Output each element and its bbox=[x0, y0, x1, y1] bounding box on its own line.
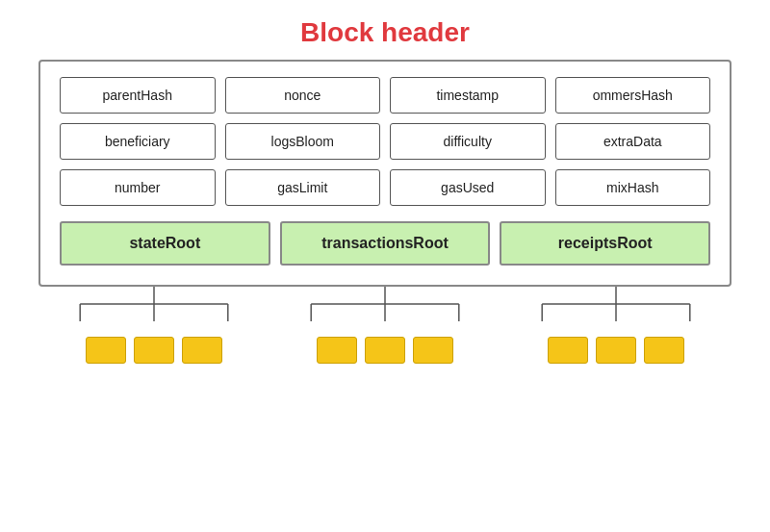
leaf-stateRoot-3 bbox=[182, 337, 222, 364]
cell-logsBloom: logsBloom bbox=[225, 123, 381, 160]
cell-gasLimit: gasLimit bbox=[225, 169, 381, 206]
trees-section bbox=[38, 287, 732, 364]
grid-row-1: parentHash nonce timestamp ommersHash bbox=[60, 77, 710, 114]
cell-number: number bbox=[60, 169, 216, 206]
grid-rows: parentHash nonce timestamp ommersHash be… bbox=[60, 77, 710, 266]
grid-row-2: beneficiary logsBloom difficulty extraDa… bbox=[60, 123, 710, 160]
leaf-stateRoot-2 bbox=[134, 337, 174, 364]
page-title: Block header bbox=[300, 17, 470, 48]
cell-beneficiary: beneficiary bbox=[60, 123, 216, 160]
cell-transactionsRoot: transactionsRoot bbox=[280, 221, 491, 266]
leaf-row-stateRoot bbox=[86, 337, 222, 364]
leaf-receiptsRoot-2 bbox=[596, 337, 636, 364]
cell-gasUsed: gasUsed bbox=[390, 169, 546, 206]
cell-extraData: extraData bbox=[555, 123, 711, 160]
main-box: parentHash nonce timestamp ommersHash be… bbox=[38, 60, 732, 287]
tree-transactionsRoot-svg bbox=[270, 287, 500, 337]
grid-row-3: number gasLimit gasUsed mixHash bbox=[60, 169, 710, 206]
cell-ommersHash: ommersHash bbox=[555, 77, 711, 114]
leaf-receiptsRoot-1 bbox=[548, 337, 588, 364]
leaf-receiptsRoot-3 bbox=[644, 337, 684, 364]
cell-receiptsRoot: receiptsRoot bbox=[500, 221, 710, 266]
cell-nonce: nonce bbox=[225, 77, 381, 114]
cell-mixHash: mixHash bbox=[555, 169, 711, 206]
leaf-transactionsRoot-1 bbox=[317, 337, 357, 364]
leaf-stateRoot-1 bbox=[86, 337, 126, 364]
leaf-row-transactionsRoot bbox=[317, 337, 453, 364]
cell-timestamp: timestamp bbox=[390, 77, 546, 114]
leaf-row-receiptsRoot bbox=[548, 337, 684, 364]
cell-stateRoot: stateRoot bbox=[60, 221, 270, 266]
cell-difficulty: difficulty bbox=[390, 123, 546, 160]
tree-stateRoot bbox=[38, 287, 270, 364]
tree-transactionsRoot bbox=[270, 287, 500, 364]
tree-receiptsRoot-svg bbox=[500, 287, 732, 337]
green-row: stateRoot transactionsRoot receiptsRoot bbox=[60, 221, 710, 266]
tree-stateRoot-svg bbox=[38, 287, 270, 337]
leaf-transactionsRoot-3 bbox=[413, 337, 453, 364]
tree-receiptsRoot bbox=[500, 287, 732, 364]
cell-parentHash: parentHash bbox=[60, 77, 216, 114]
leaf-transactionsRoot-2 bbox=[365, 337, 405, 364]
